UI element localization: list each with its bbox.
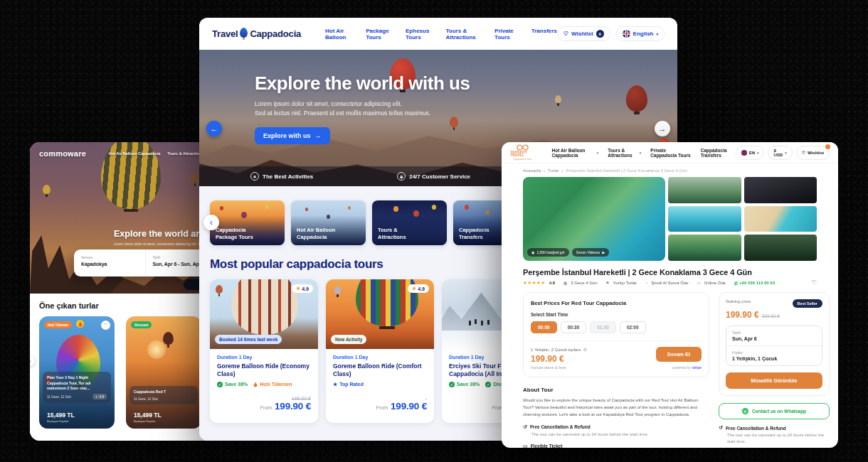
gallery-thumbnail[interactable] (744, 177, 817, 203)
balloon-graphic (191, 173, 199, 183)
featured-tours-section: Öne çıkan turlar ‹ Hızlı Tükenen ♡ Plan (30, 294, 208, 441)
booking-title: Best Prices For Red Tour Cappadocia (531, 300, 702, 306)
nav-tours-attractions[interactable]: Tours & Attractions▾ (608, 148, 641, 158)
flexible-ticket-item: ▭Flexible Ticket Transferring your ticke… (523, 444, 709, 448)
tour-title: Goreme Balloon Ride (Economy Class) (217, 362, 311, 379)
heart-icon[interactable]: ♡ (101, 321, 110, 330)
gallery-thumbnail[interactable] (668, 206, 741, 232)
flag-icon: ⚑ (606, 281, 610, 285)
heart-icon: ♡ (563, 31, 568, 37)
time-slot-0200[interactable]: 02:00 (620, 321, 646, 333)
tour-duration: 11 Gece, 12 Gün (134, 397, 158, 401)
view-availability-button[interactable]: Müsaitlik Görüntüle (726, 372, 822, 389)
gear-icon: ⚙ (583, 347, 586, 352)
tour-card-comfort[interactable]: ★4.9 New Activity Duration 1 Day Goreme … (326, 279, 434, 423)
wishlist-button[interactable]: ♡ Wishlist (796, 146, 830, 160)
heart-icon: ♡ (802, 150, 805, 155)
gallery-thumbnail[interactable] (744, 206, 817, 232)
old-price: 199.00 € (217, 396, 311, 401)
carousel-prev-button[interactable]: ‹ (30, 356, 35, 366)
balloon-graphic (305, 208, 308, 211)
nav-private-tours[interactable]: Private Cappadocia Tours (650, 148, 691, 158)
time-slot-0000[interactable]: 00:00 (531, 321, 557, 333)
uk-flag-icon (741, 150, 747, 156)
hero-subtitle-line1: Lorem ipsum dolor sit amet, consectetur … (255, 100, 470, 109)
hero-prev-button[interactable]: ← (206, 121, 222, 136)
whatsapp-phone-link[interactable]: ✆+90 536 113 00 03 (734, 281, 775, 286)
check-icon: ✓ (449, 382, 455, 387)
tour-title: Cappadocia Red T (134, 390, 194, 395)
destination-field[interactable]: Nereye Kapadokya (74, 249, 145, 276)
best-seller-badge: Best Seller (793, 299, 822, 308)
left-nav-tours-attractions[interactable]: Tours & Attractions (167, 151, 203, 156)
tour-card[interactable]: Hızlı Tükenen ♡ Plan Your 2 Day 1 Night … (39, 316, 115, 429)
nav-hot-air-balloon[interactable]: Hot Air Balloon (325, 28, 355, 41)
breadcrumb-home[interactable]: Anasayfa (523, 168, 541, 173)
tour-price: 15,499 TL (47, 412, 75, 419)
travel-cappadocia-logo[interactable]: Travel Cappadocia (212, 28, 301, 41)
refund-icon: ↺ (719, 425, 723, 431)
about-tour-heading: About Tour (523, 387, 709, 393)
tour-card[interactable]: Discount Cappadocia Red T 11 Gece, 12 Gü… (126, 316, 201, 429)
continue-button[interactable]: Devam Et (656, 347, 702, 362)
date-range-field[interactable]: Tarih Sun, Apr 6 - Sun, Apr 13 (145, 249, 208, 276)
nav-package-tours[interactable]: Package Tours (366, 28, 395, 41)
category-tours-attractions[interactable]: Tours &Attractions (372, 200, 447, 245)
nav-tours-attractions[interactable]: Tours & Attractions (446, 28, 485, 41)
tour-price: 199.90 € (391, 401, 427, 412)
wishlist-count-badge: 0 (596, 30, 604, 38)
breadcrumb-separator: › (561, 168, 563, 173)
tour-card-economy[interactable]: ★4.9 Booked 14 times last week Duration … (210, 279, 318, 423)
header: Travel Cappadocia Hot Air Balloon Packag… (199, 18, 677, 50)
desktop-background: commoware Hot Air Balloon Cappadocia Tou… (0, 0, 868, 462)
wishlist-count-badge (825, 144, 830, 149)
top-rated-tag: ★Top Rated (333, 382, 364, 387)
nav-transfers[interactable]: Transfers (531, 28, 557, 41)
time-slot-0100[interactable]: 01:00 (590, 321, 616, 333)
pax-summary[interactable]: 1 Yetişkin, 2 Çocuk toplam⚙ (531, 347, 587, 352)
destination-value: Kapadokya (81, 262, 138, 267)
view-photos-button[interactable]: ◉1,550 fotoğraf gör (527, 248, 569, 257)
tax-note: Include taxes & fees (531, 365, 587, 370)
globe-icon: ⊕ (397, 172, 406, 181)
destination-label: Nereye (81, 255, 138, 259)
topspot-logo[interactable]: TOPSPOT TRAVEL Cappadocia Tour (510, 144, 535, 161)
heart-icon[interactable]: ♡ (812, 279, 817, 286)
chevron-down-icon: ▾ (785, 151, 787, 155)
infinity-logo-icon (517, 144, 529, 151)
commoware-logo[interactable]: commoware (39, 149, 86, 158)
nav-transfers[interactable]: Cappadocia Transfers (701, 148, 736, 158)
currency-selector[interactable]: $ USD ▾ (768, 146, 792, 160)
skier-figure (475, 319, 477, 324)
gallery-main-photo[interactable]: ◉1,550 fotoğraf gör Sezon Videosu▶ (523, 177, 665, 261)
select-time-label: Select Start Time (531, 312, 702, 317)
wishlist-button[interactable]: ♡ Wishlist 0 (557, 26, 610, 41)
nav-hot-air-balloon[interactable]: Hot Air Balloon Cappadocia▾ (552, 148, 599, 158)
guests-field[interactable]: Kişiler 1 Yetişkin, 1 Çocuk (726, 345, 822, 365)
feature-best-activities: ✶ The Best Activities (250, 172, 313, 181)
hero-next-button[interactable]: → (655, 121, 670, 136)
gallery-thumbnail[interactable] (668, 235, 741, 261)
category-hot-air-balloon[interactable]: Hot Air BalloonCappadocia (291, 200, 366, 245)
explore-cta-button[interactable]: Explore with us → (255, 127, 330, 144)
language-selector[interactable]: English ▾ (616, 26, 665, 41)
category-label: Hot Air BalloonCappadocia (291, 215, 366, 245)
category-package-tours[interactable]: CappadociaPackage Tours (210, 200, 285, 245)
nav-ephesus-tours[interactable]: Ephesus Tours (406, 28, 435, 41)
date-field[interactable]: Tarih Sun, Apr 6 (726, 326, 822, 345)
season-video-button[interactable]: Sezon Videosu▶ (572, 248, 609, 257)
hero-title: Explore the world with us (255, 72, 470, 95)
gallery-thumbnail[interactable] (668, 177, 741, 203)
language-selector[interactable]: EN ▾ (736, 146, 765, 160)
nav-private-tours[interactable]: Private Tours (494, 28, 521, 41)
star-rating: ★★★★★ (523, 280, 546, 286)
left-nav-hot-air-balloon[interactable]: Hot Air Balloon Cappadocia (109, 151, 161, 156)
categories-prev-button[interactable]: ‹ (203, 215, 219, 230)
gallery-thumbnail[interactable] (744, 235, 817, 261)
time-slot-0030[interactable]: 00:30 (561, 321, 587, 333)
balloon-graphic (555, 95, 561, 103)
breadcrumb-tours[interactable]: Turlar (548, 168, 559, 173)
whatsapp-contact-button[interactable]: ✆ Contact us on Whatsapp (719, 403, 830, 419)
price-note: Başlayan Fiyatlar (47, 419, 75, 423)
balloon-graphic (486, 210, 489, 215)
